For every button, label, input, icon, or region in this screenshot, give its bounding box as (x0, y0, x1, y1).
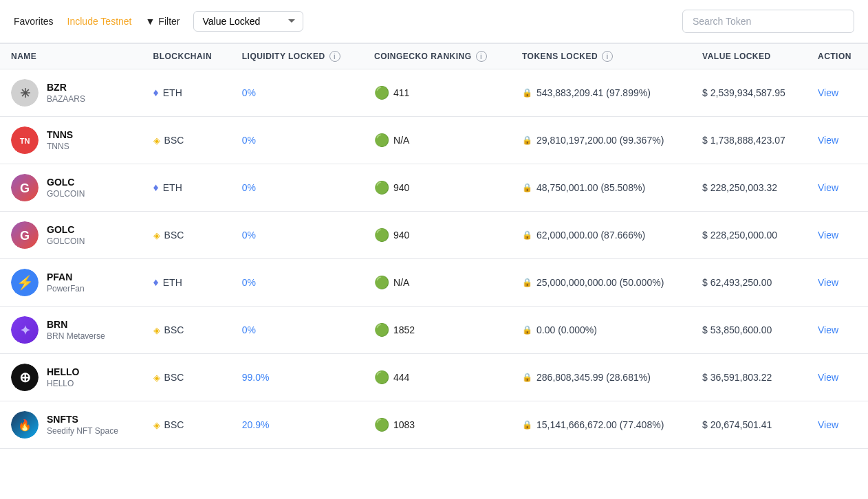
liquidity-value: 0% (242, 277, 256, 288)
action-cell: View (807, 212, 868, 259)
action-cell: View (807, 401, 868, 449)
favorites-button[interactable]: Favorites (14, 16, 54, 27)
svg-text:G: G (20, 181, 30, 195)
liquidity-value: 0% (242, 87, 256, 98)
token-name-cell: ✦ BRN BRN Metaverse (0, 307, 142, 354)
value-locked-value: $ 53,850,600.00 (702, 324, 772, 335)
token-full-name: BRN Metaverse (47, 331, 105, 341)
liquidity-locked-cell: 0% (231, 69, 363, 117)
eth-icon: ♦ (153, 276, 159, 289)
coingecko-rank: 940 (393, 230, 409, 241)
sort-select[interactable]: Value Locked (193, 11, 303, 32)
blockchain-cell: ◈ BSC (142, 212, 231, 259)
filter-button[interactable]: ▼ Filter (146, 16, 180, 27)
liquidity-value: 0% (242, 135, 256, 146)
svg-text:⊕: ⊕ (19, 370, 31, 385)
tokens-locked-cell: 🔒 15,141,666,672.00 (77.408%) (511, 401, 691, 449)
value-locked-cell: $ 62,493,250.00 (691, 259, 807, 307)
gecko-emoji: 🟢 (374, 417, 389, 432)
token-name-cell: ✳ BZR BAZAARS (0, 69, 142, 117)
tokens-locked-cell: 🔒 25,000,000,000.00 (50.000%) (511, 259, 691, 307)
liquidity-locked-cell: 0% (231, 117, 363, 164)
token-logo: ⊕ (11, 364, 39, 391)
svg-text:⚡: ⚡ (17, 274, 34, 291)
liquidity-value: 20.9% (242, 419, 270, 430)
view-button[interactable]: View (818, 277, 838, 288)
blockchain-cell: ◈ BSC (142, 401, 231, 449)
blockchain-label: ETH (163, 87, 182, 98)
view-button[interactable]: View (818, 230, 838, 241)
view-button[interactable]: View (818, 135, 838, 146)
view-button[interactable]: View (818, 372, 838, 383)
liquidity-locked-cell: 0% (231, 259, 363, 307)
bsc-icon: ◈ (153, 325, 160, 335)
col-tokens-locked: TOKENS LOCKED i (511, 44, 691, 69)
coingecko-cell: 🟢 1083 (363, 401, 511, 449)
bsc-icon: ◈ (153, 420, 160, 430)
token-logo: ⚡ (11, 269, 39, 296)
view-button[interactable]: View (818, 324, 838, 335)
view-button[interactable]: View (818, 87, 838, 98)
search-input[interactable] (682, 10, 854, 33)
blockchain-label: BSC (164, 419, 184, 430)
token-logo: G (11, 174, 39, 201)
filter-icon: ▼ (146, 16, 155, 27)
blockchain-label: ETH (163, 182, 182, 193)
svg-text:🔥: 🔥 (18, 419, 32, 432)
gecko-emoji: 🟢 (374, 370, 389, 385)
liquidity-locked-cell: 0% (231, 164, 363, 212)
token-symbol: HELLO (47, 366, 79, 377)
col-name: NAME (0, 44, 142, 69)
coingecko-cell: 🟢 N/A (363, 259, 511, 307)
blockchain-label: BSC (164, 135, 184, 146)
coingecko-rank: 1083 (393, 419, 415, 430)
blockchain-cell: ♦ ETH (142, 69, 231, 117)
top-bar: Favorites Include Testnet ▼ Filter Value… (0, 0, 868, 43)
value-locked-cell: $ 53,850,600.00 (691, 307, 807, 354)
include-testnet-button[interactable]: Include Testnet (67, 16, 132, 27)
search-container (682, 10, 854, 33)
table-row: G GOLC GOLCOIN ♦ ETH 0% 🟢 940 (0, 164, 868, 212)
coingecko-rank: 411 (393, 87, 409, 98)
value-locked-value: $ 1,738,888,423.07 (702, 135, 785, 146)
token-full-name: Seedify NFT Space (47, 426, 118, 436)
value-locked-cell: $ 2,539,934,587.95 (691, 69, 807, 117)
table-row: ⊕ HELLO HELLO ◈ BSC 99.0% 🟢 444 (0, 354, 868, 401)
token-symbol: BZR (47, 82, 85, 93)
tokens-locked-value: 62,000,000.00 (87.666%) (536, 230, 645, 241)
view-button[interactable]: View (818, 419, 838, 430)
token-symbol: PFAN (47, 271, 85, 282)
token-symbol: SNFTS (47, 414, 118, 425)
lock-icon: 🔒 (522, 373, 532, 382)
value-locked-cell: $ 1,738,888,423.07 (691, 117, 807, 164)
tokens-locked-info-icon: i (602, 51, 613, 62)
coingecko-rank: 444 (393, 372, 409, 383)
table-row: ✦ BRN BRN Metaverse ◈ BSC 0% 🟢 1852 (0, 307, 868, 354)
blockchain-cell: ◈ BSC (142, 354, 231, 401)
gecko-emoji: 🟢 (374, 228, 389, 243)
token-full-name: TNNS (47, 142, 73, 151)
blockchain-label: BSC (164, 372, 184, 383)
tokens-locked-cell: 🔒 48,750,001.00 (85.508%) (511, 164, 691, 212)
col-value-locked: VALUE LOCKED (691, 44, 807, 69)
tokens-locked-value: 0.00 (0.000%) (536, 324, 597, 335)
lock-icon: 🔒 (522, 230, 532, 240)
tokens-table: NAME BLOCKCHAIN LIQUIDITY LOCKED i COING… (0, 43, 868, 449)
bsc-icon: ◈ (153, 230, 160, 241)
table-body: ✳ BZR BAZAARS ♦ ETH 0% 🟢 411 (0, 69, 868, 449)
blockchain-label: BSC (164, 324, 184, 335)
liquidity-info-icon: i (329, 51, 340, 62)
blockchain-cell: ◈ BSC (142, 117, 231, 164)
bsc-icon: ◈ (153, 373, 160, 383)
tokens-locked-cell: 🔒 62,000,000.00 (87.666%) (511, 212, 691, 259)
gecko-emoji: 🟢 (374, 322, 389, 337)
value-locked-value: $ 2,539,934,587.95 (702, 87, 785, 98)
blockchain-label: BSC (164, 230, 184, 241)
token-logo: ✳ (11, 79, 39, 107)
token-logo: G (11, 221, 39, 249)
tokens-locked-value: 543,883,209.41 (97.899%) (536, 87, 651, 98)
token-symbol: GOLC (47, 177, 85, 188)
view-button[interactable]: View (818, 182, 838, 193)
token-logo: ✦ (11, 316, 39, 344)
token-symbol: BRN (47, 319, 105, 330)
